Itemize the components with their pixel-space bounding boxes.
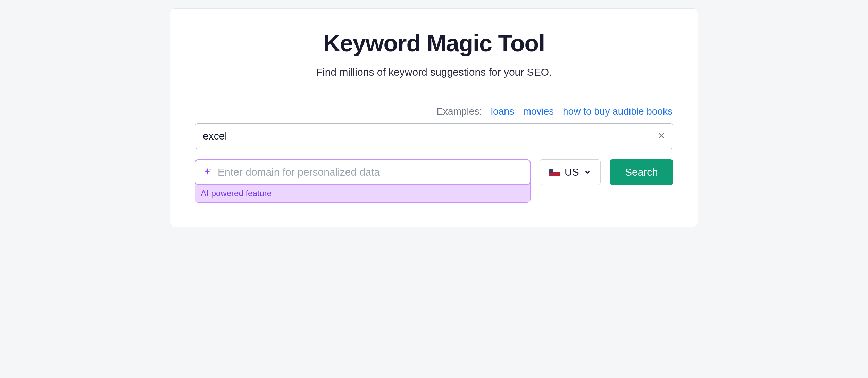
example-link-movies[interactable]: movies	[523, 106, 554, 117]
keyword-input-wrap	[195, 123, 673, 149]
second-row: AI-powered feature US Search	[195, 159, 673, 203]
country-select[interactable]: US	[540, 159, 601, 185]
chevron-down-icon	[584, 166, 591, 178]
domain-input[interactable]	[218, 166, 523, 178]
example-link-loans[interactable]: loans	[491, 106, 514, 117]
search-button[interactable]: Search	[610, 159, 673, 185]
country-code-label: US	[565, 166, 579, 178]
ai-feature-caption: AI-powered feature	[195, 185, 530, 202]
main-card: Keyword Magic Tool Find millions of keyw…	[170, 8, 698, 227]
page-title: Keyword Magic Tool	[195, 30, 673, 57]
close-icon	[658, 132, 665, 141]
domain-input-wrap	[195, 159, 531, 185]
example-link-audible[interactable]: how to buy audible books	[563, 106, 673, 117]
us-flag-icon	[549, 169, 560, 176]
sparkle-icon	[202, 167, 212, 177]
examples-row: Examples: loans movies how to buy audibl…	[195, 106, 673, 117]
clear-button[interactable]	[656, 131, 667, 142]
examples-label: Examples:	[436, 106, 482, 117]
domain-block: AI-powered feature	[195, 159, 531, 203]
keyword-input[interactable]	[195, 123, 673, 149]
page-subtitle: Find millions of keyword suggestions for…	[195, 66, 673, 78]
